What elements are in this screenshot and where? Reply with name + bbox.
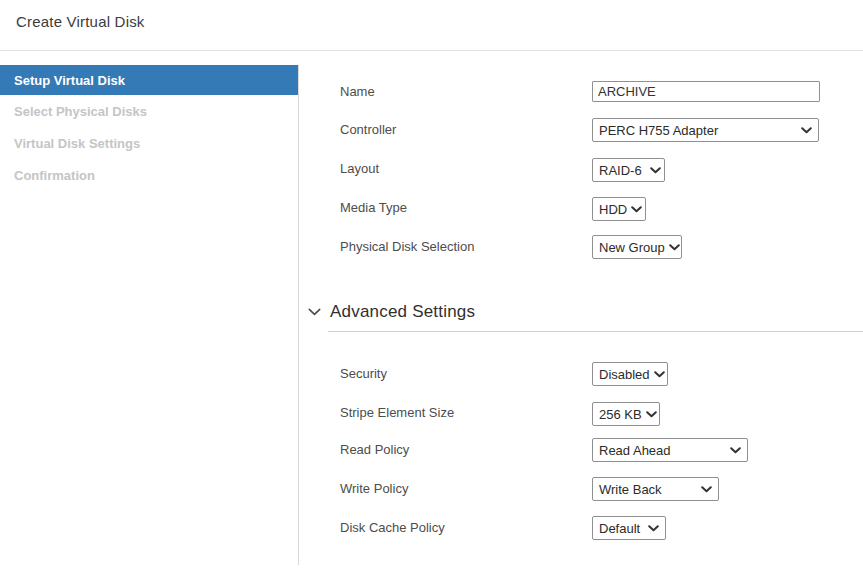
disk-cache-policy-select-value: Default <box>599 521 640 536</box>
read-policy-label: Read Policy <box>340 442 409 458</box>
physical-disk-selection-select-value: New Group <box>599 240 665 255</box>
read-policy-select-value: Read Ahead <box>599 443 671 458</box>
chevron-down-icon <box>631 206 642 213</box>
sidebar-divider <box>298 65 299 565</box>
write-policy-select-value: Write Back <box>599 482 662 497</box>
read-policy-select[interactable]: Read Ahead <box>592 438 748 462</box>
chevron-down-icon <box>648 525 659 532</box>
name-label: Name <box>340 84 375 100</box>
chevron-down-icon <box>801 127 812 134</box>
layout-select-value: RAID-6 <box>599 163 642 178</box>
chevron-down-icon <box>646 411 657 418</box>
stripe-element-size-label: Stripe Element Size <box>340 405 454 421</box>
disk-cache-policy-select[interactable]: Default <box>592 516 666 540</box>
name-input[interactable] <box>592 81 820 102</box>
advanced-settings-toggle[interactable]: Advanced Settings <box>308 302 475 322</box>
layout-select[interactable]: RAID-6 <box>592 158 665 182</box>
chevron-down-icon <box>650 167 661 174</box>
chevron-down-icon <box>654 371 665 378</box>
chevron-down-icon <box>701 486 712 493</box>
controller-select[interactable]: PERC H755 Adapter <box>592 118 819 142</box>
physical-disk-selection-label: Physical Disk Selection <box>340 239 474 255</box>
layout-label: Layout <box>340 161 379 177</box>
sidebar-item-confirmation[interactable]: Confirmation <box>0 159 298 191</box>
media-type-label: Media Type <box>340 200 407 216</box>
security-select[interactable]: Disabled <box>592 362 668 386</box>
step-label: Confirmation <box>14 168 95 183</box>
media-type-select-value: HDD <box>599 202 627 217</box>
disk-cache-policy-label: Disk Cache Policy <box>340 520 445 536</box>
security-label: Security <box>340 366 387 382</box>
write-policy-select[interactable]: Write Back <box>592 477 719 501</box>
step-label: Virtual Disk Settings <box>14 136 140 151</box>
physical-disk-selection-select[interactable]: New Group <box>592 235 682 259</box>
sidebar-item-select-physical-disks[interactable]: Select Physical Disks <box>0 95 298 127</box>
sidebar-item-virtual-disk-settings[interactable]: Virtual Disk Settings <box>0 127 298 159</box>
chevron-down-icon <box>308 308 321 316</box>
controller-label: Controller <box>340 122 396 138</box>
security-select-value: Disabled <box>599 367 650 382</box>
advanced-settings-divider <box>328 331 863 332</box>
stripe-element-size-select[interactable]: 256 KB <box>592 402 660 426</box>
stripe-element-size-select-value: 256 KB <box>599 407 642 422</box>
controller-select-value: PERC H755 Adapter <box>599 123 718 138</box>
chevron-down-icon <box>730 447 741 454</box>
advanced-settings-title: Advanced Settings <box>330 302 475 322</box>
sidebar-item-setup-virtual-disk[interactable]: Setup Virtual Disk <box>0 65 298 95</box>
media-type-select[interactable]: HDD <box>592 197 646 221</box>
page-title: Create Virtual Disk <box>16 13 145 30</box>
step-label: Select Physical Disks <box>14 104 147 119</box>
step-label: Setup Virtual Disk <box>14 73 125 88</box>
write-policy-label: Write Policy <box>340 481 408 497</box>
header-divider <box>0 50 863 51</box>
wizard-step-list: Setup Virtual Disk Select Physical Disks… <box>0 65 298 191</box>
chevron-down-icon <box>669 244 680 251</box>
